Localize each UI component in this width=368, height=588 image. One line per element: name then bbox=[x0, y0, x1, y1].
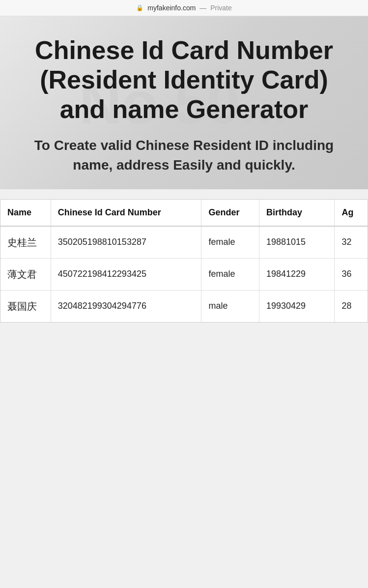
table-row: 薄文君450722198412293425female1984122936 bbox=[0, 258, 368, 290]
table-section: Name Chinese Id Card Number Gender Birth… bbox=[0, 199, 368, 323]
cell-name: 聂国庆 bbox=[0, 290, 51, 322]
private-label: — Private bbox=[199, 4, 231, 12]
page-subtitle: To Create valid Chinese Resident ID incl… bbox=[15, 136, 353, 174]
browser-url[interactable]: myfakeinfo.com bbox=[147, 4, 196, 12]
col-header-age: Ag bbox=[335, 200, 368, 226]
col-header-birthday: Birthday bbox=[259, 200, 335, 226]
separator: — bbox=[199, 4, 206, 12]
cell-id: 450722198412293425 bbox=[51, 258, 201, 290]
cell-age: 28 bbox=[335, 290, 368, 322]
cell-birthday: 19881015 bbox=[259, 226, 335, 259]
cell-age: 32 bbox=[335, 226, 368, 259]
table-wrapper: Name Chinese Id Card Number Gender Birth… bbox=[0, 199, 368, 323]
cell-name: 薄文君 bbox=[0, 258, 51, 290]
cell-gender: male bbox=[201, 290, 259, 322]
col-header-name: Name bbox=[0, 200, 51, 226]
table-row: 史桂兰350205198810153287female1988101532 bbox=[0, 226, 368, 259]
table-row: 聂国庆320482199304294776male1993042928 bbox=[0, 290, 368, 322]
page-title: Chinese Id Card Number (Resident Identit… bbox=[15, 36, 353, 124]
table-header-row: Name Chinese Id Card Number Gender Birth… bbox=[0, 200, 368, 226]
cell-birthday: 19930429 bbox=[259, 290, 335, 322]
cell-gender: female bbox=[201, 226, 259, 259]
id-card-table: Name Chinese Id Card Number Gender Birth… bbox=[0, 200, 368, 322]
private-text: Private bbox=[210, 4, 232, 12]
lock-icon: 🔒 bbox=[136, 4, 143, 11]
cell-name: 史桂兰 bbox=[0, 226, 51, 259]
cell-birthday: 19841229 bbox=[259, 258, 335, 290]
col-header-id: Chinese Id Card Number bbox=[51, 200, 201, 226]
cell-id: 320482199304294776 bbox=[51, 290, 201, 322]
hero-section: No 50... Chinese Id Card Number (Residen… bbox=[0, 16, 368, 189]
cell-age: 36 bbox=[335, 258, 368, 290]
col-header-gender: Gender bbox=[201, 200, 259, 226]
browser-status-bar: 🔒 myfakeinfo.com — Private bbox=[0, 0, 368, 16]
cell-gender: female bbox=[201, 258, 259, 290]
cell-id: 350205198810153287 bbox=[51, 226, 201, 259]
